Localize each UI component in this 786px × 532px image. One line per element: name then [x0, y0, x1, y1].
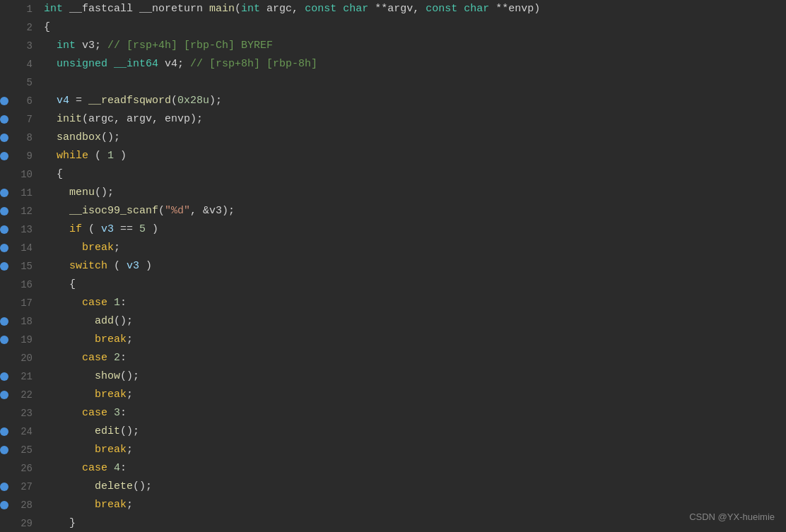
token: ; — [127, 389, 133, 401]
token — [44, 113, 57, 125]
token: == — [114, 223, 139, 235]
code-content: delete(); — [44, 478, 772, 496]
line-number: 20 — [13, 349, 44, 367]
token: init — [57, 113, 82, 125]
breakpoint-dot[interactable] — [0, 244, 8, 252]
code-line: 23 case 3: — [0, 404, 786, 422]
token — [44, 370, 95, 382]
no-breakpoint — [0, 60, 8, 69]
code-content: break; — [44, 386, 772, 404]
line-number: 22 — [13, 386, 44, 404]
code-line: 18 add(); — [0, 312, 786, 331]
code-line: 14 break; — [0, 239, 786, 257]
code-content: break; — [44, 441, 772, 459]
code-line: 6 v4 = __readfsqword(0x28u); — [0, 92, 786, 110]
line-number: 29 — [13, 514, 44, 532]
token: break — [95, 333, 127, 345]
breakpoint-dot[interactable] — [0, 189, 8, 197]
token: : — [120, 407, 127, 419]
token: = — [69, 95, 88, 107]
code-content: v4 = __readfsqword(0x28u); — [44, 92, 772, 110]
breakpoint-dot[interactable] — [0, 427, 8, 436]
no-breakpoint — [0, 299, 8, 307]
token — [44, 352, 82, 364]
token: main — [209, 3, 235, 15]
token: break — [95, 499, 127, 511]
token: __readfsqword — [88, 95, 171, 107]
breakpoint-dot[interactable] — [0, 372, 8, 381]
token: case — [82, 407, 107, 419]
no-breakpoint — [0, 42, 8, 50]
token: ; — [127, 444, 133, 456]
token — [44, 150, 57, 162]
breakpoint-dot[interactable] — [0, 317, 8, 326]
breakpoint-dot[interactable] — [0, 115, 8, 124]
line-number: 24 — [13, 422, 44, 441]
code-content: __isoc99_scanf("%d", &v3); — [44, 202, 772, 220]
token: v3; — [76, 40, 107, 52]
breakpoint-dot[interactable] — [0, 152, 8, 160]
token: int — [241, 3, 260, 15]
breakpoint-dot[interactable] — [0, 501, 8, 509]
no-breakpoint — [0, 5, 8, 13]
line-number: 15 — [13, 257, 44, 276]
line-number: 7 — [13, 110, 44, 129]
token: (); — [133, 480, 152, 492]
token: // [rsp+4h] [rbp-Ch] BYREF — [107, 40, 273, 52]
code-line: 15 switch ( v3 ) — [0, 257, 786, 276]
token — [44, 205, 69, 217]
token: : — [120, 352, 127, 364]
no-breakpoint — [0, 409, 8, 418]
breakpoint-dot[interactable] — [0, 336, 8, 344]
code-content: break; — [44, 331, 772, 349]
token: __isoc99_scanf — [69, 205, 158, 217]
token: 2 — [114, 352, 120, 364]
token: __int64 — [114, 58, 158, 70]
breakpoint-dot[interactable] — [0, 134, 8, 142]
token: v4 — [57, 95, 69, 107]
no-breakpoint — [0, 78, 8, 87]
token: v3 — [127, 260, 139, 272]
breakpoint-dot[interactable] — [0, 97, 8, 105]
token: argc, — [260, 3, 305, 15]
breakpoint-dot[interactable] — [0, 446, 8, 454]
line-number: 26 — [13, 459, 44, 478]
token: int — [44, 3, 63, 15]
token: ) — [114, 150, 127, 162]
code-content: int v3; // [rsp+4h] [rbp-Ch] BYREF — [44, 37, 772, 55]
token: if — [69, 223, 82, 235]
token: char — [464, 3, 489, 15]
line-number: 16 — [13, 276, 44, 294]
breakpoint-dot[interactable] — [0, 207, 8, 215]
code-line: 11 menu(); — [0, 184, 786, 202]
line-number: 21 — [13, 367, 44, 386]
token: add — [95, 315, 114, 327]
token: ) — [146, 223, 158, 235]
token: : — [120, 462, 127, 474]
breakpoint-dot[interactable] — [0, 262, 8, 271]
token — [107, 407, 114, 419]
token: (); — [114, 315, 133, 327]
code-content: { — [44, 165, 772, 184]
code-content: add(); — [44, 312, 772, 331]
token: const — [426, 3, 457, 15]
token: ( — [171, 95, 177, 107]
no-breakpoint — [0, 170, 8, 179]
token: while — [57, 150, 88, 162]
breakpoint-dot[interactable] — [0, 225, 8, 234]
line-number: 28 — [13, 496, 44, 514]
token — [44, 58, 57, 70]
token: (); — [120, 370, 139, 382]
code-line: 26 case 4: — [0, 459, 786, 478]
code-content: if ( v3 == 5 ) — [44, 220, 772, 239]
token: ) — [139, 260, 152, 272]
line-number: 14 — [13, 239, 44, 257]
token: } — [44, 517, 76, 529]
breakpoint-dot[interactable] — [0, 483, 8, 491]
token: **envp) — [489, 3, 540, 15]
breakpoint-dot[interactable] — [0, 391, 8, 399]
code-content: case 2: — [44, 349, 772, 367]
token — [44, 462, 82, 474]
line-number: 8 — [13, 129, 44, 147]
token: menu — [69, 187, 95, 199]
